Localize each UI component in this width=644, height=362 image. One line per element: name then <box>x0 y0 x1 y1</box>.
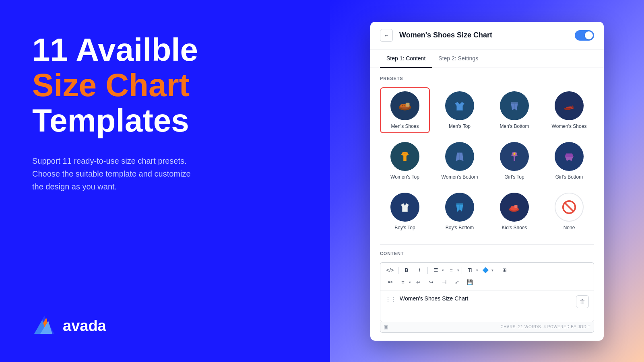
svg-rect-11 <box>511 102 518 103</box>
preset-item-womens-shoes[interactable]: Women's Shoes <box>544 87 594 133</box>
logo-text: avada <box>63 317 106 335</box>
color-btn[interactable]: 🔷 <box>480 265 491 276</box>
preset-icon-mens-bottom <box>500 91 529 120</box>
italic-btn[interactable]: I <box>414 265 425 276</box>
main-layout: 11 Availble Size Chart Templates Support… <box>0 0 644 362</box>
preset-item-womens-top[interactable]: Women's Top <box>380 138 430 184</box>
preset-icon-none <box>555 193 584 222</box>
fontsize-dropdown-arrow[interactable]: ▾ <box>476 268 478 272</box>
preset-icon-girls-bottom <box>555 142 584 171</box>
fullscreen-btn[interactable]: ⤢ <box>451 277 462 288</box>
hero-description: Support 11 ready-to-use size chart prese… <box>32 154 233 193</box>
card-body: PRESETS Men's ShoesMen's TopMen's Bottom… <box>370 68 604 341</box>
preset-item-boys-bottom[interactable]: Boy's Bottom <box>435 189 485 234</box>
editor-footer: ▣ CHARS: 21 WORDS: 4 POWERED BY JODIT <box>380 322 594 333</box>
font-size-btn-group: TI ▾ <box>464 265 478 276</box>
preset-label-mens-top: Men's Top <box>449 123 471 129</box>
color-dropdown-arrow[interactable]: ▾ <box>491 268 493 272</box>
editor-footer-meta: CHARS: 21 WORDS: 4 POWERED BY JODIT <box>501 325 590 329</box>
preset-label-boys-bottom: Boy's Bottom <box>446 225 474 230</box>
undo-btn[interactable]: ↩ <box>413 277 424 288</box>
svg-line-24 <box>565 202 574 212</box>
left-panel: 11 Availble Size Chart Templates Support… <box>0 0 330 362</box>
toolbar-row-1: </> B I ☰ ▾ ≡ ▾ <box>384 265 590 276</box>
save-btn[interactable]: 💾 <box>464 277 475 288</box>
content-section: CONTENT </> B I ☰ ▾ <box>380 244 594 333</box>
divider1 <box>398 267 398 274</box>
svg-rect-22 <box>514 205 518 208</box>
tab-content[interactable]: Step 1: Content <box>380 49 432 68</box>
preset-label-girls-bottom: Girl's Bottom <box>555 174 583 180</box>
align-btn[interactable]: ≡ <box>397 277 409 288</box>
hero-line1: 11 Availble <box>32 32 198 68</box>
bold-btn[interactable]: B <box>401 265 412 276</box>
link-btn[interactable]: ⚯ <box>384 277 396 288</box>
preset-item-kids-shoes[interactable]: Kid's Shoes <box>489 189 539 234</box>
preset-item-mens-bottom[interactable]: Men's Bottom <box>489 87 539 133</box>
preset-label-mens-bottom: Men's Bottom <box>500 123 529 129</box>
olist-dropdown-arrow[interactable]: ▾ <box>457 268 459 272</box>
preset-icon-womens-shoes <box>555 91 584 120</box>
editor-footer-icon: ▣ <box>384 324 388 330</box>
table-btn[interactable]: ⊞ <box>499 265 510 276</box>
presets-grid: Men's ShoesMen's TopMen's BottomWomen's … <box>380 87 594 234</box>
toolbar-row-2: ⚯ ≡ ▾ ↩ ↪ ⊣ ⤢ 💾 <box>384 277 590 288</box>
preset-icon-mens-top <box>445 91 474 120</box>
right-panel: ← Women's Shoes Size Chart Step 1: Conte… <box>330 0 644 362</box>
outdent-btn[interactable]: ⊣ <box>438 277 450 288</box>
hero-title: 11 Availble Size Chart Templates <box>32 32 298 138</box>
card-header: ← Women's Shoes Size Chart <box>370 22 604 49</box>
active-toggle[interactable] <box>575 30 594 41</box>
align-btn-group: ≡ ▾ <box>397 277 411 288</box>
divider4 <box>496 267 496 274</box>
preset-icon-mens-shoes <box>390 91 419 120</box>
presets-label: PRESETS <box>380 76 594 81</box>
preset-icon-boys-bottom <box>445 193 474 222</box>
ordered-list-btn-group: ≡ ▾ <box>446 265 459 276</box>
ordered-list-btn[interactable]: ≡ <box>446 265 457 276</box>
redo-btn[interactable]: ↪ <box>425 277 437 288</box>
unordered-list-btn[interactable]: ☰ <box>430 265 442 276</box>
preset-item-womens-bottom[interactable]: Women's Bottom <box>435 138 485 184</box>
preset-icon-womens-bottom <box>445 142 474 171</box>
back-button[interactable]: ← <box>380 29 393 42</box>
preset-label-none: None <box>564 225 575 230</box>
editor-content[interactable]: Women's Shoes Size Chart <box>400 295 573 302</box>
preset-label-womens-bottom: Women's Bottom <box>442 174 478 180</box>
color-btn-group: 🔷 ▾ <box>480 265 493 276</box>
preset-item-boys-top[interactable]: Boy's Top <box>380 189 430 234</box>
card-title: Women's Shoes Size Chart <box>399 31 568 39</box>
content-label: CONTENT <box>380 251 594 256</box>
code-btn[interactable]: </> <box>384 265 396 276</box>
list-dropdown-arrow[interactable]: ▾ <box>442 268 444 272</box>
svg-point-13 <box>564 107 572 110</box>
hero-line3: Templates <box>32 103 189 138</box>
list-btn-group: ☰ ▾ <box>430 265 444 276</box>
preset-icon-kids-shoes <box>500 193 529 222</box>
avada-logo-icon <box>32 314 56 338</box>
preset-icon-womens-top <box>390 142 419 171</box>
preset-item-girls-bottom[interactable]: Girl's Bottom <box>544 138 594 184</box>
tab-settings[interactable]: Step 2: Settings <box>432 49 485 68</box>
preset-item-mens-shoes[interactable]: Men's Shoes <box>380 87 430 133</box>
preset-item-mens-top[interactable]: Men's Top <box>435 87 485 133</box>
preset-label-mens-shoes: Men's Shoes <box>391 123 419 129</box>
svg-rect-7 <box>406 103 410 107</box>
drag-handle: ⋮⋮ <box>385 296 396 302</box>
preset-item-none[interactable]: None <box>544 189 594 234</box>
preset-label-womens-top: Women's Top <box>390 174 419 180</box>
preset-label-kids-shoes: Kid's Shoes <box>502 225 527 230</box>
preset-label-womens-shoes: Women's Shoes <box>552 123 587 129</box>
editor-toolbar: </> B I ☰ ▾ ≡ ▾ <box>380 262 594 290</box>
app-card: ← Women's Shoes Size Chart Step 1: Conte… <box>370 22 604 341</box>
editor-delete-button[interactable]: 🗑 <box>576 295 589 308</box>
preset-item-girls-top[interactable]: Girl's Top <box>489 138 539 184</box>
svg-rect-17 <box>456 203 463 205</box>
svg-point-8 <box>402 105 403 106</box>
svg-point-9 <box>404 105 405 106</box>
align-dropdown-arrow[interactable]: ▾ <box>409 280 411 284</box>
logo-area: avada <box>32 314 298 338</box>
tabs-bar: Step 1: Content Step 2: Settings <box>370 49 604 68</box>
editor-body: ⋮⋮ Women's Shoes Size Chart 🗑 <box>380 290 594 322</box>
font-size-btn[interactable]: TI <box>464 265 476 276</box>
